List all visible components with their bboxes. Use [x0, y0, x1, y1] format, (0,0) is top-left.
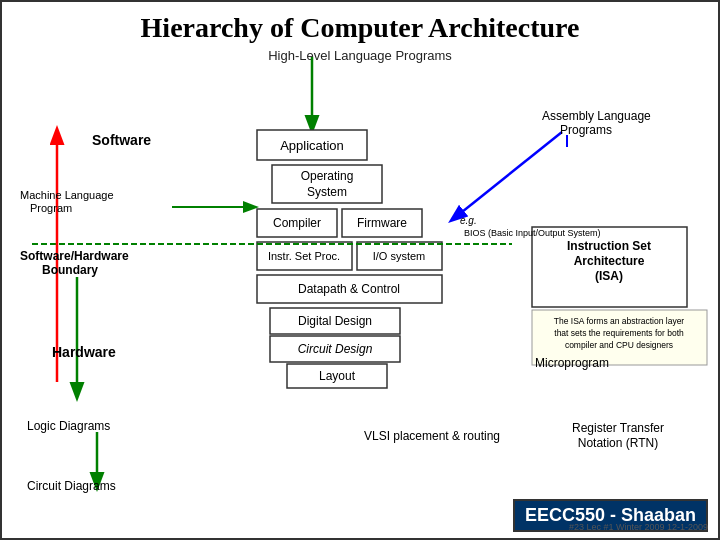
svg-text:that sets the requirements for: that sets the requirements for both	[554, 328, 684, 338]
svg-text:Architecture: Architecture	[574, 254, 645, 268]
svg-text:Boundary: Boundary	[42, 263, 98, 277]
svg-text:Notation (RTN): Notation (RTN)	[578, 436, 658, 450]
svg-text:Program: Program	[30, 202, 72, 214]
svg-text:Logic Diagrams: Logic Diagrams	[27, 419, 110, 433]
high-level-label: High-Level Language Programs	[12, 48, 708, 63]
svg-text:Datapath & Control: Datapath & Control	[298, 282, 400, 296]
svg-text:Layout: Layout	[319, 369, 356, 383]
svg-text:Firmware: Firmware	[357, 216, 407, 230]
svg-rect-28	[532, 227, 687, 307]
footer-sub: #23 Lec #1 Winter 2009 12-1-2009	[569, 522, 708, 532]
slide: Hierarchy of Computer Architecture High-…	[0, 0, 720, 540]
svg-text:(ISA): (ISA)	[595, 269, 623, 283]
svg-text:BIOS (Basic Input/Output Syste: BIOS (Basic Input/Output System)	[464, 228, 601, 238]
svg-text:e.g.: e.g.	[460, 215, 477, 226]
svg-line-26	[452, 132, 562, 220]
svg-text:Compiler: Compiler	[273, 216, 321, 230]
svg-rect-14	[257, 275, 442, 303]
svg-text:Circuit Diagrams: Circuit Diagrams	[27, 479, 116, 493]
svg-text:Instr. Set Proc.: Instr. Set Proc.	[268, 250, 340, 262]
diagram-svg: Application Operating System Compiler Fi…	[2, 2, 720, 540]
svg-text:I/O system: I/O system	[373, 250, 426, 262]
svg-text:Microprogram: Microprogram	[535, 356, 609, 370]
svg-text:Assembly Language: Assembly Language	[542, 109, 651, 123]
svg-text:Programs: Programs	[560, 123, 612, 137]
svg-text:Machine Language: Machine Language	[20, 189, 114, 201]
svg-rect-6	[257, 209, 337, 237]
svg-text:Circuit Design: Circuit Design	[298, 342, 373, 356]
svg-text:Application: Application	[280, 138, 344, 153]
svg-rect-34	[532, 310, 707, 365]
svg-text:Software/Hardware: Software/Hardware	[20, 249, 129, 263]
svg-rect-8	[342, 209, 422, 237]
svg-rect-16	[270, 308, 400, 334]
svg-text:Digital Design: Digital Design	[298, 314, 372, 328]
svg-rect-10	[257, 242, 352, 270]
svg-rect-20	[287, 364, 387, 388]
svg-text:Operating: Operating	[301, 169, 354, 183]
svg-text:Register Transfer: Register Transfer	[572, 421, 664, 435]
svg-text:Software: Software	[92, 132, 151, 148]
svg-text:Hardware: Hardware	[52, 344, 116, 360]
svg-text:VLSI placement & routing: VLSI placement & routing	[364, 429, 500, 443]
svg-text:System: System	[307, 185, 347, 199]
svg-text:Instruction Set: Instruction Set	[567, 239, 651, 253]
svg-rect-12	[357, 242, 442, 270]
page-title: Hierarchy of Computer Architecture	[12, 12, 708, 44]
svg-rect-18	[270, 336, 400, 362]
svg-rect-3	[272, 165, 382, 203]
svg-text:compiler and CPU designers: compiler and CPU designers	[565, 340, 673, 350]
svg-text:The ISA forms an abstraction l: The ISA forms an abstraction layer	[554, 316, 685, 326]
svg-rect-1	[257, 130, 367, 160]
